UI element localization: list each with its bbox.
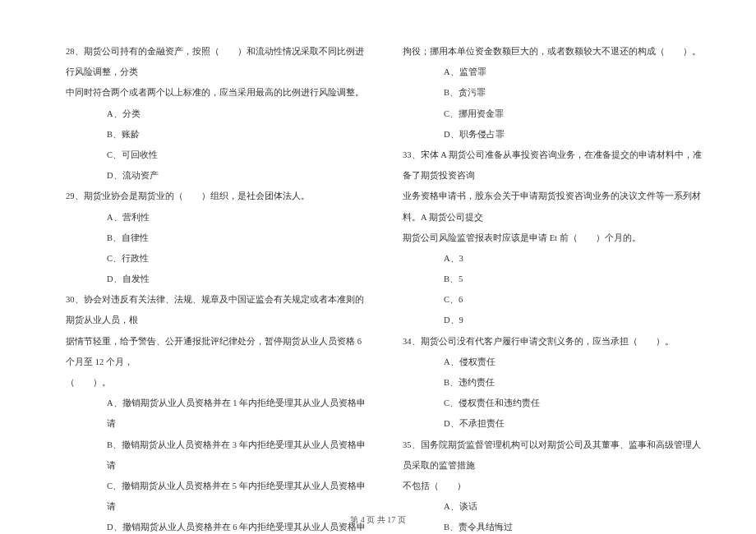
- page-footer: 第 4 页 共 17 页: [0, 514, 756, 526]
- q30-opt-c: C、撤销期货从业人员资格并在 5 年内拒绝受理其从业人员资格申请: [66, 476, 370, 517]
- q34-opt-a: A、侵权责任: [403, 352, 707, 372]
- q34-opt-d: D、不承担责任: [403, 413, 707, 434]
- q30-line1: 30、协会对违反有关法律、法规、规章及中国证监会有关规定或者本准则的期货从业人员…: [66, 289, 370, 330]
- q32-opt-a: A、监管罪: [403, 62, 707, 82]
- q30-line3: （ ）。: [66, 372, 370, 393]
- q30-opt-b: B、撤销期货从业人员资格并在 3 年内拒绝受理其从业人员资格申请: [66, 435, 370, 476]
- q34-opt-b: B、违约责任: [403, 372, 707, 393]
- q29-opt-b: B、自律性: [66, 228, 370, 248]
- q33-line1: 33、宋体 A 期货公司准备从事投资咨询业务，在准备提交的申请材料中，准备了期货…: [403, 145, 707, 186]
- q29-opt-c: C、行政性: [66, 248, 370, 269]
- q34-line1: 34、期货公司没有代客户履行申请交割义务的，应当承担（ ）。: [403, 331, 707, 352]
- q29-opt-d: D、自发性: [66, 269, 370, 289]
- q29-opt-a: A、营利性: [66, 207, 370, 228]
- q33-line2: 业务资格申请书，股东会关于申请期货投资咨询业务的决议文件等一系列材料。A 期货公…: [403, 186, 707, 227]
- q28-opt-a: A、分类: [66, 104, 370, 124]
- q35-line1: 35、国务院期货监督管理机构可以对期货公司及其董事、监事和高级管理人员采取的监管…: [403, 435, 707, 476]
- q33-opt-c: C、6: [403, 289, 707, 310]
- left-column: 28、期货公司持有的金融资产，按照（ ）和流动性情况采取不同比例进行风险调整，分…: [66, 41, 370, 534]
- q32-line4: 拘役；挪用本单位资金数额巨大的，或者数额较大不退还的构成（ ）。: [403, 41, 707, 62]
- q28-line1: 28、期货公司持有的金融资产，按照（ ）和流动性情况采取不同比例进行风险调整，分…: [66, 41, 370, 82]
- q33-line3: 期货公司风险监管报表时应该是申请 Et 前（ ）个月的。: [403, 228, 707, 248]
- q32-opt-d: D、职务侵占罪: [403, 124, 707, 145]
- q28-opt-c: C、可回收性: [66, 145, 370, 165]
- q33-opt-d: D、9: [403, 310, 707, 330]
- q28-line2: 中同时符合两个或者两个以上标准的，应当采用最高的比例进行风险调整。: [66, 82, 370, 103]
- right-column: 拘役；挪用本单位资金数额巨大的，或者数额较大不退还的构成（ ）。 A、监管罪 B…: [403, 41, 707, 534]
- q33-opt-a: A、3: [403, 248, 707, 269]
- q30-line2: 据情节轻重，给予警告、公开通报批评纪律处分，暂停期货从业人员资格 6 个月至 1…: [66, 331, 370, 372]
- q32-opt-b: B、贪污罪: [403, 82, 707, 103]
- q34-opt-c: C、侵权责任和违约责任: [403, 393, 707, 413]
- q29-line1: 29、期货业协会是期货业的（ ）组织，是社会团体法人。: [66, 186, 370, 206]
- q28-opt-b: B、账龄: [66, 124, 370, 145]
- q35-line2: 不包括（ ）: [403, 476, 707, 496]
- q32-opt-c: C、挪用资金罪: [403, 104, 707, 124]
- q30-opt-a: A、撤销期货从业人员资格并在 1 年内拒绝受理其从业人员资格申请: [66, 393, 370, 434]
- page-container: 28、期货公司持有的金融资产，按照（ ）和流动性情况采取不同比例进行风险调整，分…: [0, 0, 756, 534]
- q28-opt-d: D、流动资产: [66, 165, 370, 186]
- q33-opt-b: B、5: [403, 269, 707, 289]
